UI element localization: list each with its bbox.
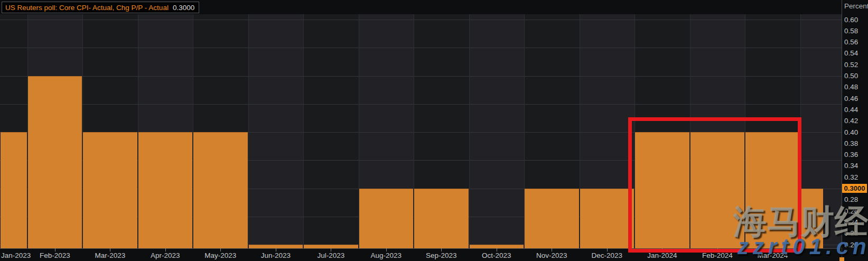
month-column (469, 14, 525, 248)
y-axis-label: 0.38 (844, 139, 858, 147)
vertical-gridline (248, 14, 249, 248)
bar-Feb-2023[interactable] (28, 76, 82, 249)
bar-Aug-2023[interactable] (359, 189, 414, 249)
y-axis-label: 0.52 (844, 61, 858, 69)
bar-Jul-2023[interactable] (304, 245, 358, 248)
series-current-value: 0.3000 (173, 4, 194, 12)
y-axis-label: 0.40 (844, 128, 858, 136)
x-axis-label: Jun-2023 (261, 251, 291, 259)
bar-May-2023[interactable] (193, 132, 248, 248)
x-axis-label: May-2023 (204, 251, 236, 259)
horizontal-gridline (0, 76, 842, 77)
bar-Sep-2023[interactable] (414, 189, 469, 249)
vertical-gridline (469, 14, 470, 248)
y-axis-label: 0.54 (844, 49, 858, 57)
terminal-chart-window: Jan-2023Feb-2023Mar-2023Apr-2023May-2023… (0, 0, 868, 261)
horizontal-gridline (0, 104, 842, 105)
y-axis-label: 0.44 (844, 106, 858, 114)
bar-Nov-2023[interactable] (525, 189, 579, 249)
y-axis-label: 0.60 (844, 16, 858, 24)
x-axis-label: Jan-2024 (647, 251, 677, 259)
y-axis-label: 0.46 (844, 95, 858, 102)
current-value-badge: 0.3000 (842, 184, 867, 193)
y-axis-label: 0.42 (844, 117, 858, 125)
x-axis-label: Jan-2023 (1, 251, 31, 259)
x-axis-label: Sep-2023 (426, 251, 457, 259)
x-axis-label: Feb-2024 (702, 251, 733, 259)
y-axis-label: 0.36 (844, 151, 858, 159)
watermark-site: zzrt01.cn (738, 234, 868, 259)
y-axis-label: 0.32 (844, 173, 858, 181)
x-axis-label: Feb-2023 (40, 251, 70, 259)
bar-Jan-2023[interactable] (1, 132, 27, 248)
x-axis-label: Aug-2023 (371, 251, 402, 259)
y-axis-label: 0.50 (844, 72, 858, 80)
x-axis-label: Jul-2023 (317, 251, 344, 259)
bar-Apr-2023[interactable] (138, 132, 193, 248)
horizontal-gridline (0, 48, 842, 48)
axis-unit-label: Percent (844, 2, 868, 10)
series-legend-box[interactable]: US Reuters poll: Core CPI- Actual, Chg P… (2, 2, 199, 13)
y-axis-label: 0.58 (844, 27, 858, 35)
y-axis-label: 0.34 (844, 162, 858, 170)
bar-Dec-2023[interactable] (580, 189, 634, 249)
x-axis-label: Mar-2023 (95, 251, 125, 259)
x-axis-label: Oct-2023 (482, 251, 511, 259)
month-column (248, 14, 304, 248)
x-axis-label: Apr-2023 (151, 251, 180, 259)
y-axis-label: 0.48 (844, 83, 858, 91)
x-axis-label: Nov-2023 (536, 251, 567, 259)
series-title: US Reuters poll: Core CPI- Actual, Chg P… (5, 4, 169, 12)
x-axis-label: Dec-2023 (592, 251, 623, 259)
bar-Mar-2023[interactable] (83, 132, 137, 248)
vertical-gridline (303, 14, 304, 248)
horizontal-gridline (0, 20, 842, 20)
y-axis-label: 0.56 (844, 38, 858, 46)
bar-Jun-2023[interactable] (249, 245, 303, 248)
month-column (303, 14, 359, 248)
bar-Oct-2023[interactable] (470, 245, 524, 248)
